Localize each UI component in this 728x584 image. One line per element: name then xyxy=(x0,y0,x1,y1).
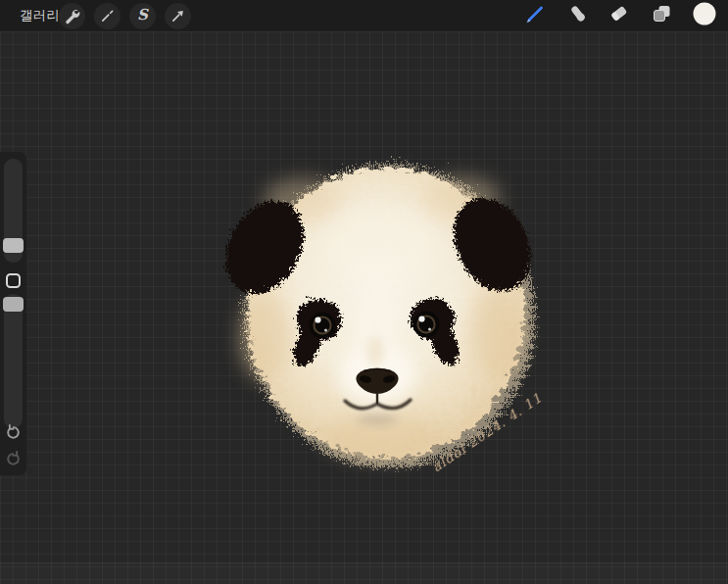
eraser-icon xyxy=(608,3,630,28)
paint-tool-button[interactable] xyxy=(523,4,547,27)
transform-button[interactable] xyxy=(165,3,191,29)
adjustments-button[interactable] xyxy=(94,3,121,29)
arrow-cursor-icon xyxy=(170,8,186,24)
canvas-edge xyxy=(0,562,728,584)
erase-tool-button[interactable] xyxy=(607,4,631,27)
actions-button[interactable] xyxy=(59,3,85,29)
magic-wand-icon xyxy=(99,8,116,24)
layers-button[interactable] xyxy=(650,4,673,27)
brush-sidebar xyxy=(0,152,26,475)
undo-button[interactable] xyxy=(5,426,22,443)
paintbrush-icon xyxy=(523,2,547,29)
smudge-tool-button[interactable] xyxy=(566,4,590,27)
modify-button[interactable] xyxy=(6,273,21,288)
selection-s-icon: S xyxy=(137,8,148,23)
opacity-handle[interactable] xyxy=(3,297,24,312)
wrench-icon xyxy=(64,8,80,24)
color-circle xyxy=(693,2,716,29)
redo-icon xyxy=(5,451,22,471)
panda-artwork: aldol 2024. 4. 11 xyxy=(215,141,552,478)
color-button[interactable] xyxy=(693,4,716,27)
app-root: 갤러리 S xyxy=(0,0,728,584)
undo-icon xyxy=(5,424,22,445)
smudge-finger-icon xyxy=(567,3,589,28)
top-toolbar: 갤러리 S xyxy=(0,0,728,31)
opacity-slider[interactable] xyxy=(4,294,23,428)
layers-icon xyxy=(651,3,672,28)
gallery-button[interactable]: 갤러리 xyxy=(20,0,60,31)
canvas-surface[interactable]: aldol 2024. 4. 11 xyxy=(0,31,728,584)
brush-size-handle[interactable] xyxy=(3,238,24,253)
selection-button[interactable]: S xyxy=(129,3,156,29)
redo-button[interactable] xyxy=(5,453,22,469)
